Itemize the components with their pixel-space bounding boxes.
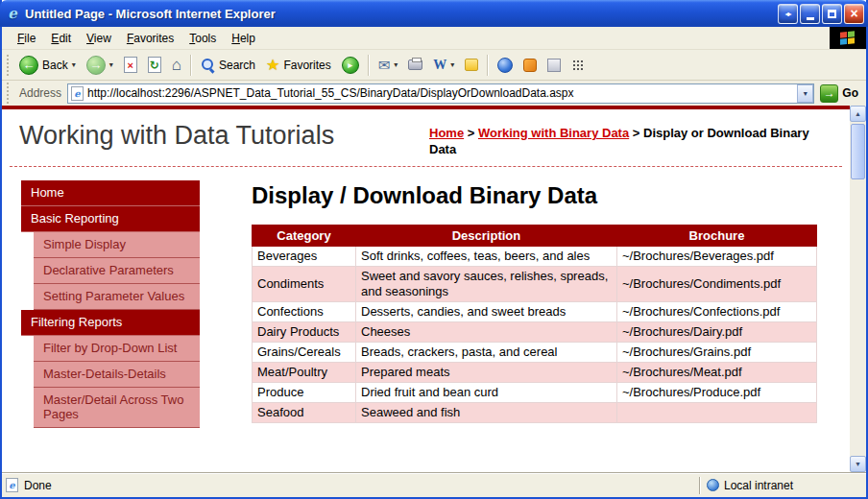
breadcrumb-link[interactable]: Home xyxy=(429,126,464,140)
close-icon: × xyxy=(850,7,857,20)
research-icon xyxy=(523,59,537,72)
address-bar: Address e http://localhost:2296/ASPNET_D… xyxy=(2,81,866,106)
media-icon: ▸ xyxy=(342,57,359,74)
page-title: Display / Download Binary Data xyxy=(252,182,850,209)
grid-cell xyxy=(617,402,817,422)
refresh-button[interactable]: ↻ xyxy=(143,54,166,76)
sidebar-item-master-detail-across-two-pages[interactable]: Master/Detail Across Two Pages xyxy=(34,388,200,428)
home-button[interactable]: ⌂ xyxy=(167,54,186,76)
mail-icon: ✉ xyxy=(378,58,391,72)
grid-cell: Confections xyxy=(253,301,356,321)
grid-cell: ~/Brochures/Dairy.pdf xyxy=(617,321,817,342)
grid-cell: Breads, crackers, pasta, and cereal xyxy=(356,342,617,362)
windows-flag-icon xyxy=(840,31,856,46)
sidebar-item-simple-display[interactable]: Simple Display xyxy=(34,232,200,258)
address-label: Address xyxy=(19,86,61,100)
statusbar-divider xyxy=(699,477,701,494)
scrollbar-thumb[interactable] xyxy=(851,124,865,179)
go-label: Go xyxy=(842,86,858,100)
menu-view[interactable]: View xyxy=(79,29,119,48)
stop-icon: × xyxy=(124,57,137,73)
layout-grid-button[interactable] xyxy=(567,56,590,75)
grid-cell: ~/Brochures/Meat.pdf xyxy=(617,362,817,382)
status-text: Done xyxy=(24,479,52,492)
messenger-icon xyxy=(497,58,513,73)
mail-button[interactable]: ✉ ▾ xyxy=(374,55,403,75)
data-grid: CategoryDescriptionBrochure BeveragesSof… xyxy=(252,225,817,423)
titlebar: e Untitled Page - Microsoft Internet Exp… xyxy=(0,0,868,27)
maximize-button[interactable] xyxy=(822,4,842,24)
discuss-button[interactable] xyxy=(460,56,483,74)
sidebar-item-filtering-reports[interactable]: Filtering Reports xyxy=(21,310,200,336)
go-button[interactable]: → Go xyxy=(820,84,862,103)
stop-button[interactable]: × xyxy=(119,54,142,76)
grid-cell: Grains/Cereals xyxy=(253,342,356,362)
chevron-down-icon: ▾ xyxy=(394,60,398,69)
home-icon: ⌂ xyxy=(172,57,181,73)
edit-button[interactable]: W ▾ xyxy=(428,55,459,76)
grid-row: ConfectionsDesserts, candies, and sweet … xyxy=(253,301,817,321)
messenger-button[interactable] xyxy=(493,55,518,76)
breadcrumb-link[interactable]: Working with Binary Data xyxy=(478,126,629,140)
menu-file[interactable]: File xyxy=(10,29,43,48)
menu-help[interactable]: Help xyxy=(224,29,263,48)
content-columns: HomeBasic ReportingSimple DisplayDeclara… xyxy=(2,167,850,472)
windows-logo-throbber xyxy=(830,27,866,49)
sidebar-item-master-details-details[interactable]: Master-Details-Details xyxy=(34,362,200,388)
grid-cell: ~/Brochures/Beverages.pdf xyxy=(617,246,817,266)
sidebar-item-declarative-parameters[interactable]: Declarative Parameters xyxy=(34,258,200,284)
toolbar-separator xyxy=(190,55,192,76)
menu-favorites[interactable]: Favorites xyxy=(119,29,181,48)
address-input[interactable]: e http://localhost:2296/ASPNET_Data_Tuto… xyxy=(67,83,814,104)
address-url: http://localhost:2296/ASPNET_Data_Tutori… xyxy=(87,86,793,100)
scroll-down-button[interactable]: ▼ xyxy=(850,456,866,472)
grid-row: ProduceDried fruit and bean curd~/Brochu… xyxy=(253,382,817,402)
back-button[interactable]: ← Back ▾ xyxy=(14,53,81,78)
grid-row: CondimentsSweet and savory sauces, relis… xyxy=(253,266,817,301)
window-arrows-icon: ◂▸ xyxy=(784,10,790,18)
back-icon: ← xyxy=(19,56,38,75)
sidebar-item-filter-by-drop-down-list[interactable]: Filter by Drop-Down List xyxy=(34,336,200,362)
breadcrumb-separator: > xyxy=(629,126,643,140)
menu-edit[interactable]: Edit xyxy=(43,29,79,48)
page-icon: e xyxy=(71,86,84,101)
scroll-up-button[interactable]: ▲ xyxy=(850,106,866,122)
status-page-icon: e xyxy=(6,478,18,492)
toolbar-grip[interactable] xyxy=(7,55,11,76)
sidebar-item-home[interactable]: Home xyxy=(21,180,200,206)
tools-extra-button[interactable] xyxy=(542,56,566,75)
media-button[interactable]: ▸ xyxy=(337,54,364,77)
main-content: Display / Download Binary Data CategoryD… xyxy=(200,180,850,472)
grid-cell: Soft drinks, coffees, teas, beers, and a… xyxy=(356,246,617,266)
page-header: Working with Data Tutorials Home > Worki… xyxy=(2,109,850,166)
sidebar-item-basic-reporting[interactable]: Basic Reporting xyxy=(21,206,200,232)
grid-row: BeveragesSoft drinks, coffees, teas, bee… xyxy=(253,246,817,266)
minimize-icon xyxy=(807,17,814,20)
search-button[interactable]: Search xyxy=(196,55,260,75)
minimize-button[interactable] xyxy=(800,4,820,24)
addressbar-grip[interactable] xyxy=(7,83,11,104)
sidebar-item-setting-parameter-values[interactable]: Setting Parameter Values xyxy=(34,284,200,310)
favorites-button[interactable]: ★ Favorites xyxy=(261,55,336,76)
search-icon xyxy=(201,58,215,72)
forward-button[interactable]: → ▾ xyxy=(82,53,118,78)
grid-cell: Seaweed and fish xyxy=(356,402,617,422)
vertical-scrollbar[interactable]: ▲ ▼ xyxy=(850,106,866,472)
page-content: Working with Data Tutorials Home > Worki… xyxy=(2,106,850,472)
go-icon: → xyxy=(820,84,838,103)
grid-cell: Seafood xyxy=(253,402,356,422)
close-button[interactable]: × xyxy=(844,4,864,24)
research-button[interactable] xyxy=(518,56,542,75)
menu-items: FileEditViewFavoritesToolsHelp xyxy=(2,27,830,49)
window-title: Untitled Page - Microsoft Internet Explo… xyxy=(25,7,778,21)
grid-cell: ~/Brochures/Produce.pdf xyxy=(617,382,817,402)
print-button[interactable] xyxy=(403,57,427,73)
word-edit-icon: W xyxy=(433,58,446,73)
grid-row: Dairy ProductsCheeses~/Brochures/Dairy.p… xyxy=(253,321,817,342)
grid-dots-icon xyxy=(571,59,585,72)
favorites-label: Favorites xyxy=(283,59,330,72)
window-nav-arrows-button[interactable]: ◂▸ xyxy=(778,4,798,24)
breadcrumb-separator: > xyxy=(464,126,478,140)
menu-tools[interactable]: Tools xyxy=(181,29,224,48)
address-dropdown-button[interactable]: ▾ xyxy=(797,84,813,103)
